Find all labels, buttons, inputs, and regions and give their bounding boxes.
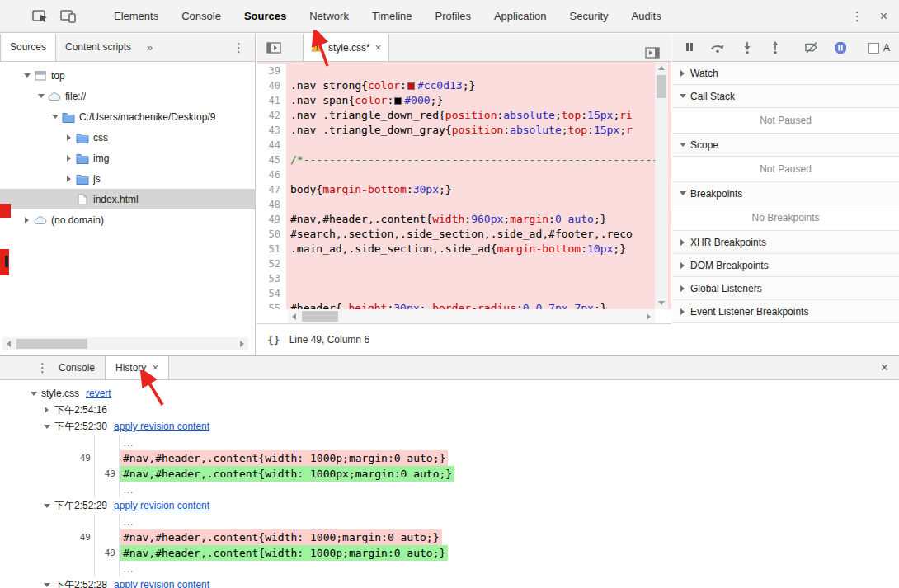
section-header-call-stack[interactable]: Call Stack: [672, 85, 899, 108]
section-header-scope[interactable]: Scope: [672, 134, 899, 157]
pause-script-button[interactable]: [684, 41, 695, 55]
line-number: 46: [257, 167, 286, 182]
disclosure-expanded-icon[interactable]: [49, 111, 60, 122]
history-file-row[interactable]: style.cssrevert: [0, 385, 899, 402]
disclosure-collapsed-icon[interactable]: [21, 214, 32, 225]
tab-sources[interactable]: Sources: [233, 0, 298, 32]
deactivate-breakpoints-button[interactable]: [804, 41, 819, 56]
tab-profiles[interactable]: Profiles: [424, 0, 482, 32]
drawer-tab-console[interactable]: Console: [49, 356, 105, 379]
history-revision-row[interactable]: 下午2:52:30apply revision content: [0, 418, 899, 435]
disclosure-expanded-icon: [677, 91, 688, 101]
scroll-left-button[interactable]: [288, 309, 300, 323]
close-history-tab-icon[interactable]: ×: [152, 356, 158, 379]
disclosure-expanded-icon[interactable]: [35, 91, 46, 101]
disclosure-expanded-icon[interactable]: [41, 580, 52, 588]
tab-elements[interactable]: Elements: [102, 0, 170, 32]
step-into-button[interactable]: [741, 41, 753, 57]
folder-icon: [74, 132, 91, 143]
drawer-tab-history[interactable]: History ×: [105, 356, 169, 379]
section-header-breakpoints[interactable]: Breakpoints: [672, 182, 899, 205]
disclosure-expanded-icon[interactable]: [21, 70, 32, 81]
apply-revision-link[interactable]: apply revision content: [114, 421, 209, 432]
scroll-right-button[interactable]: [236, 337, 248, 350]
tree-item-css[interactable]: css: [0, 127, 255, 148]
drawer-tab-history-label: History: [115, 356, 146, 379]
apply-revision-link[interactable]: apply revision content: [114, 579, 209, 588]
editor-vertical-scrollbar[interactable]: [655, 62, 668, 309]
toggle-navigator-icon[interactable]: [263, 37, 285, 59]
tree-item-no-domain[interactable]: (no domain): [0, 209, 255, 230]
scrollbar-thumb[interactable]: [657, 75, 666, 98]
disclosure-collapsed-icon[interactable]: [64, 153, 74, 163]
file-tree-horizontal-scrollbar[interactable]: [2, 337, 248, 350]
tree-item-file[interactable]: file://: [0, 86, 255, 106]
tab-overflow-chevron[interactable]: »: [147, 41, 153, 54]
scrollbar-thumb[interactable]: [16, 339, 87, 349]
toggle-debugger-sidebar-icon[interactable]: [642, 42, 663, 64]
disclosure-expanded-icon[interactable]: [28, 388, 39, 399]
tree-item-top[interactable]: top: [0, 65, 255, 86]
color-swatch[interactable]: [407, 82, 415, 90]
scroll-right-button[interactable]: [642, 309, 655, 323]
tree-item-index-html[interactable]: index.html: [0, 189, 255, 209]
tab-application[interactable]: Application: [482, 0, 558, 32]
tab-audits[interactable]: Audits: [620, 0, 673, 32]
close-tab-icon[interactable]: ×: [375, 41, 382, 54]
folder-icon: [74, 153, 91, 164]
disclosure-collapsed-icon[interactable]: [41, 405, 52, 416]
disclosure-expanded-icon[interactable]: [41, 421, 52, 432]
diff-row: 49#nav,#header,.content{width: 1000px;ma…: [70, 466, 899, 482]
history-revision-row[interactable]: 下午2:54:16: [0, 402, 899, 418]
pause-on-exceptions-button[interactable]: [834, 41, 847, 57]
apply-revision-link[interactable]: apply revision content: [114, 500, 209, 511]
navigator-menu-icon[interactable]: ⋮: [233, 40, 245, 55]
disclosure-expanded-icon[interactable]: [41, 501, 52, 511]
tree-item-img[interactable]: img: [0, 148, 255, 168]
diff-ellipsis-marker: …: [120, 482, 136, 497]
disclosure-collapsed-icon[interactable]: [64, 173, 74, 184]
main-toolbar: ElementsConsoleSourcesNetworkTimelinePro…: [0, 0, 899, 33]
code-line: 46: [257, 167, 671, 182]
tab-console[interactable]: Console: [170, 0, 233, 32]
tree-item-c-users-machenike-desktop-9[interactable]: C:/Users/machenike/Desktop/9: [0, 106, 255, 127]
section-header-xhr-breakpoints[interactable]: XHR Breakpoints: [672, 231, 899, 254]
scroll-left-button[interactable]: [2, 337, 15, 350]
inspect-element-icon[interactable]: [30, 6, 51, 27]
editor-tab-bar: style.css* ×: [257, 34, 671, 62]
code-area[interactable]: 3940.nav strong{color:#cc0d13;}41.nav sp…: [257, 62, 671, 309]
diff-new-line-number: [95, 561, 120, 576]
tab-network[interactable]: Network: [298, 0, 360, 32]
tab-security[interactable]: Security: [558, 0, 620, 32]
revert-link[interactable]: revert: [86, 388, 111, 399]
tab-sources-files[interactable]: Sources: [0, 34, 56, 61]
section-header-event-listener-breakpoints[interactable]: Event Listener Breakpoints: [672, 300, 899, 323]
history-revision-row[interactable]: 下午2:52:28apply revision content: [0, 576, 899, 588]
scroll-up-button[interactable]: [655, 62, 668, 74]
tree-item-label: css: [93, 132, 108, 143]
close-devtools-button[interactable]: ×: [880, 9, 887, 24]
section-header-dom-breakpoints[interactable]: DOM Breakpoints: [672, 254, 899, 277]
tree-item-js[interactable]: js: [0, 168, 255, 189]
scroll-down-button[interactable]: [655, 297, 668, 309]
tab-timeline[interactable]: Timeline: [360, 0, 424, 32]
line-number: 50: [257, 227, 286, 242]
warning-icon: [311, 41, 323, 54]
disclosure-collapsed-icon[interactable]: [64, 132, 74, 143]
editor-tab-style-css[interactable]: style.css* ×: [303, 34, 389, 61]
main-menu-icon[interactable]: ⋮: [851, 9, 864, 24]
history-revision-row[interactable]: 下午2:52:29apply revision content: [0, 497, 899, 514]
tab-content-scripts[interactable]: Content scripts: [56, 34, 140, 61]
scrollbar-thumb[interactable]: [302, 311, 338, 322]
pretty-print-icon[interactable]: {}: [267, 334, 280, 346]
section-header-watch[interactable]: Watch: [672, 62, 899, 85]
step-out-button[interactable]: [770, 41, 781, 57]
close-drawer-button[interactable]: ×: [881, 360, 888, 375]
drawer-menu-icon[interactable]: ⋮: [36, 360, 49, 375]
step-over-button[interactable]: [710, 41, 725, 56]
editor-horizontal-scrollbar[interactable]: [288, 309, 655, 323]
section-header-global-listeners[interactable]: Global Listeners: [672, 277, 899, 300]
color-swatch[interactable]: [394, 97, 402, 105]
async-checkbox[interactable]: [868, 43, 879, 54]
device-toolbar-icon[interactable]: [58, 6, 79, 27]
